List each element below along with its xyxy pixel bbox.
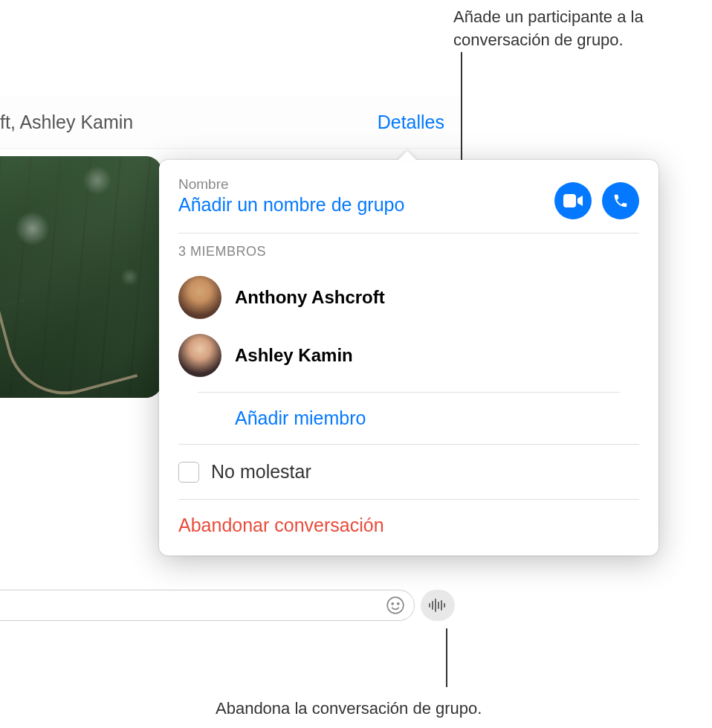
svg-rect-9 bbox=[563, 194, 576, 207]
add-group-name-field[interactable]: Añadir un nombre de grupo bbox=[178, 194, 554, 216]
members-section: 3 MIEMBROS Anthony Ashcroft Ashley Kamin… bbox=[159, 233, 658, 444]
conversation-titlebar: ft, Ashley Kamin Detalles bbox=[0, 97, 461, 149]
name-label: Nombre bbox=[178, 176, 554, 193]
member-row[interactable]: Ashley Kamin bbox=[178, 326, 639, 384]
svg-rect-4 bbox=[432, 601, 433, 610]
avatar bbox=[178, 276, 221, 319]
svg-rect-7 bbox=[441, 600, 442, 611]
photo-message[interactable] bbox=[0, 156, 162, 398]
member-name: Anthony Ashcroft bbox=[235, 287, 385, 308]
details-popover: Nombre Añadir un nombre de grupo 3 MIEMB… bbox=[159, 160, 658, 555]
svg-point-2 bbox=[398, 603, 399, 605]
member-row[interactable]: Anthony Ashcroft bbox=[178, 268, 639, 326]
do-not-disturb-row: No molestar bbox=[159, 445, 658, 499]
message-input[interactable] bbox=[0, 590, 415, 621]
leave-conversation-button[interactable]: Abandonar conversación bbox=[178, 515, 384, 535]
svg-rect-6 bbox=[438, 602, 439, 609]
message-input-row bbox=[0, 582, 461, 628]
video-call-button[interactable] bbox=[554, 182, 592, 219]
members-count-label: 3 MIEMBROS bbox=[178, 244, 639, 260]
do-not-disturb-label: No molestar bbox=[211, 461, 311, 483]
popover-header: Nombre Añadir un nombre de grupo bbox=[159, 160, 658, 233]
svg-rect-5 bbox=[435, 599, 436, 612]
annotation-leave: Abandona la conversación de grupo. bbox=[216, 698, 482, 721]
svg-point-0 bbox=[387, 597, 404, 613]
do-not-disturb-checkbox[interactable] bbox=[178, 462, 199, 483]
details-button[interactable]: Detalles bbox=[378, 112, 444, 133]
conversation-participants: ft, Ashley Kamin bbox=[0, 112, 133, 133]
svg-rect-8 bbox=[444, 603, 445, 608]
avatar bbox=[178, 334, 221, 377]
emoji-icon[interactable] bbox=[384, 594, 407, 616]
svg-point-1 bbox=[392, 603, 393, 605]
svg-rect-3 bbox=[429, 603, 430, 608]
annotation-add-participant: Añade un participante a la conversación … bbox=[453, 6, 706, 52]
audio-call-button[interactable] bbox=[602, 182, 639, 219]
member-name: Ashley Kamin bbox=[235, 345, 353, 366]
voice-message-button[interactable] bbox=[421, 590, 455, 621]
add-member-button[interactable]: Añadir miembro bbox=[235, 408, 366, 428]
